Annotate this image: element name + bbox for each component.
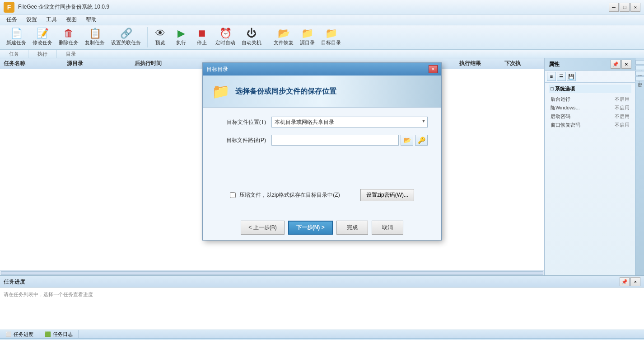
props-tool-3[interactable]: 💾 (567, 72, 576, 81)
bottom-hint: 请在任务列表中，选择一个任务查看进度 (4, 292, 93, 297)
stop-button[interactable]: ⏹ 停止 (192, 27, 212, 47)
target-path-input[interactable] (271, 135, 399, 146)
target-dir-button[interactable]: 📁 目标目录 (318, 27, 344, 47)
target-path-label: 目标文件路径(P) (216, 137, 266, 144)
target-location-select-wrapper: 本机目录或网络共享目录 ▼ (271, 117, 428, 128)
key-icon: 🔑 (418, 137, 425, 144)
props-tool-2[interactable]: ☰ (557, 72, 566, 81)
file-restore-button[interactable]: 📂 文件恢复 (271, 27, 296, 47)
side-tab-info[interactable]: 属 (635, 60, 644, 65)
cancel-button[interactable]: 取消 (372, 221, 403, 235)
side-tab-extra[interactable]: 密 (635, 76, 644, 81)
browse-folder-button[interactable]: 📂 (401, 135, 413, 146)
link-task-button[interactable]: 🔗 设置关联任务 (108, 27, 144, 47)
path-input-group: 📂 🔑 (271, 135, 428, 146)
delete-task-icon: 🗑 (64, 28, 74, 38)
prev-button[interactable]: < 上一步(B) (241, 221, 284, 235)
title-bar-controls[interactable]: ─ □ × (609, 3, 640, 12)
props-label-0: 后台运行 (551, 96, 570, 103)
menu-tools[interactable]: 工具 (42, 15, 61, 24)
dialog-body: 目标文件位置(T) 本机目录或网络共享目录 ▼ 目标文件路径(P) 📂 (203, 117, 441, 215)
log-icon: 🟩 (45, 331, 51, 337)
side-tab-sync[interactable]: 性 (635, 66, 644, 70)
folder-browse-icon: 📂 (403, 137, 411, 144)
copy-task-icon: 📋 (89, 28, 101, 38)
dialog: 目标目录 × 📁 选择备份或同步文件的保存位置 目标文件位置(T) 本机目录或网… (202, 62, 442, 241)
toolbar: 📄 新建任务 📝 修改任务 🗑 删除任务 📋 复制任务 🔗 设置关联任务 👁 预… (0, 25, 644, 50)
menu-task[interactable]: 任务 (2, 15, 22, 24)
dir-group-label: 目录 (57, 50, 85, 58)
tab-progress[interactable]: ⬜ 任务进度 (0, 330, 39, 339)
properties-panel: 属性 📌 × ≡ ☰ 💾 □ 系统选项 后台运行 不启用 随Windows...… (545, 58, 635, 275)
toolbar-group-exec: 👁 预览 ▶ 执行 ⏹ 停止 ⏰ 定时自动 ⏻ 自动关机 (150, 27, 268, 47)
props-value-0: 不启用 (615, 96, 630, 103)
compress-checkbox[interactable] (230, 192, 236, 198)
menu-view[interactable]: 视图 (61, 15, 81, 24)
target-location-select[interactable]: 本机目录或网络共享目录 (271, 117, 428, 128)
group-label-bar: 任务 执行 目录 (0, 50, 644, 58)
props-label-3: 窗口恢复密码 (551, 122, 580, 128)
close-button[interactable]: × (630, 3, 640, 12)
bottom-content: 请在任务列表中，选择一个任务查看进度 (0, 288, 644, 330)
props-row-3: 窗口恢复密码 不启用 (549, 121, 631, 129)
col-taskname-header: 任务名称 (4, 60, 67, 67)
props-toolbar: ≡ ☰ 💾 (545, 71, 635, 83)
maximize-button[interactable]: □ (620, 3, 630, 12)
set-zip-password-button[interactable]: 设置zip密码(W)... (360, 189, 414, 201)
toolbar-group-dir: 📂 文件恢复 📁 源目录 📁 目标目录 (271, 27, 347, 47)
bottom-close-button[interactable]: × (630, 277, 640, 286)
execute-icon: ▶ (177, 28, 185, 38)
menu-help[interactable]: 帮助 (81, 15, 101, 24)
props-value-1: 不启用 (615, 104, 630, 111)
dialog-banner-icon: 📁 (212, 83, 230, 100)
new-task-icon: 📄 (10, 28, 23, 38)
schedule-button[interactable]: ⏰ 定时自动 (213, 27, 238, 47)
network-path-button[interactable]: 🔑 (415, 135, 428, 146)
menu-settings[interactable]: 设置 (22, 15, 42, 24)
props-close-button[interactable]: × (621, 60, 631, 69)
side-tabs: 属 性 加 密 (635, 58, 644, 275)
bottom-header: 任务进度 📌 × (0, 276, 644, 288)
minimize-button[interactable]: ─ (609, 3, 619, 12)
bottom-area: 任务进度 📌 × 请在任务列表中，选择一个任务查看进度 (0, 275, 644, 330)
section-expand-icon: □ (551, 86, 555, 91)
app-title: FileGee 企业文件同步备份系统 10.0.9 (18, 3, 109, 11)
schedule-icon: ⏰ (219, 28, 232, 38)
next-button[interactable]: 下一步(N) > (288, 221, 333, 235)
scroll-track[interactable] (1, 271, 543, 275)
progress-icon: ⬜ (5, 331, 12, 337)
preview-button[interactable]: 👁 预览 (150, 27, 170, 47)
copy-task-button[interactable]: 📋 复制任务 (82, 27, 107, 47)
dialog-titlebar: 目标目录 × (203, 63, 441, 76)
target-dir-icon: 📁 (325, 28, 337, 38)
exec-group-label: 执行 (28, 50, 57, 58)
props-tool-1[interactable]: ≡ (547, 72, 556, 81)
properties-section: □ 系统选项 后台运行 不启用 随Windows... 不启用 启动密码 不启用… (545, 83, 635, 131)
col-srcdir-header: 源目录 (67, 60, 135, 67)
props-label-2: 启动密码 (551, 113, 570, 120)
horizontal-scrollbar[interactable] (0, 270, 544, 275)
file-restore-icon: 📂 (278, 28, 290, 38)
dialog-close-button[interactable]: × (429, 65, 438, 73)
side-tab-log[interactable]: 加 (635, 71, 644, 76)
tab-log[interactable]: 🟩 任务日志 (39, 330, 79, 339)
props-row-1: 随Windows... 不启用 (549, 104, 631, 112)
compress-row: 压缩文件，以zip格式保存在目标目录中(Z) 设置zip密码(W)... (230, 189, 428, 201)
compress-label: 压缩文件，以zip格式保存在目标目录中(Z) (239, 191, 340, 199)
delete-task-button[interactable]: 🗑 删除任务 (56, 27, 81, 47)
source-dir-button[interactable]: 📁 源目录 (297, 27, 317, 47)
auto-shutdown-button[interactable]: ⏻ 自动关机 (239, 27, 264, 47)
stop-icon: ⏹ (197, 28, 207, 38)
edit-task-button[interactable]: 📝 修改任务 (30, 27, 55, 47)
edit-task-icon: 📝 (37, 28, 49, 38)
app-icon: F (4, 2, 14, 13)
new-task-button[interactable]: 📄 新建任务 (4, 27, 29, 47)
dialog-footer: < 上一步(B) 下一步(N) > 完成 取消 (203, 215, 441, 240)
bottom-pin-button[interactable]: 📌 (620, 277, 630, 286)
finish-button[interactable]: 完成 (336, 221, 368, 235)
dialog-banner: 📁 选择备份或同步文件的保存位置 (203, 76, 441, 108)
properties-section-title: □ 系统选项 (549, 85, 631, 93)
dialog-title: 目标目录 (206, 66, 228, 73)
props-pin-button[interactable]: 📌 (611, 60, 621, 69)
execute-button[interactable]: ▶ 执行 (171, 27, 191, 47)
